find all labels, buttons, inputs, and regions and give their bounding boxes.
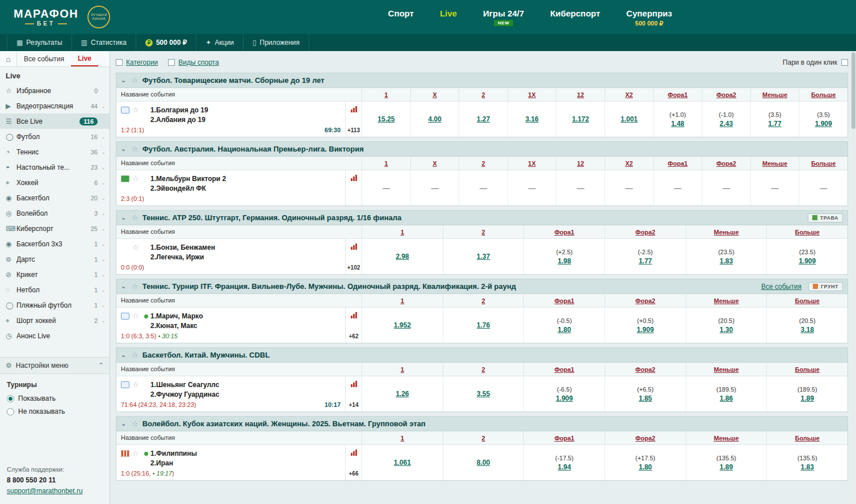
chevron-down-icon[interactable]: ⌄ (100, 303, 106, 308)
statistics-icon[interactable] (351, 450, 357, 456)
odd-cell[interactable]: (23.5)1.909 (766, 239, 847, 274)
odds-column-link[interactable]: X (433, 91, 437, 98)
odds-column-link[interactable]: X (433, 160, 437, 167)
chevron-down-icon[interactable]: ⌄ (100, 272, 106, 278)
odds-column-link[interactable]: 1X (528, 160, 535, 167)
menu-settings[interactable]: ⚙ Настройки меню ⌃ (0, 357, 110, 374)
odd-value[interactable]: 1.061 (394, 459, 411, 467)
odd-value[interactable]: 1.001 (620, 115, 637, 123)
tv-icon[interactable] (121, 313, 129, 320)
odds-column-link[interactable]: 2 (481, 435, 485, 442)
odds-column-link[interactable]: 2 (481, 160, 485, 167)
odd-value[interactable]: 1.952 (394, 321, 411, 329)
statistics-link[interactable]: ▥ Статистика (72, 34, 136, 51)
team1-name[interactable]: 1.Шеньянг Сеагуллс (150, 380, 341, 390)
chevron-down-icon[interactable]: ⌄ (100, 149, 106, 155)
odds-column-link[interactable]: 1 (401, 366, 404, 373)
odds-column-link[interactable]: Больше (811, 160, 836, 167)
sidebar-item-hockey[interactable]: ⌖Хоккей6⌄ (0, 175, 110, 190)
statistics-icon[interactable] (351, 106, 357, 112)
odd-value[interactable]: 1.80 (639, 463, 652, 471)
sidebar-item-all-live[interactable]: ☰Все Live116 (0, 114, 110, 129)
page-scrollbar[interactable] (851, 52, 855, 502)
odds-column-link[interactable]: 2 (481, 91, 485, 98)
odds-column-link[interactable]: 12 (577, 91, 584, 98)
team1-name[interactable]: 1.Марич, Марко (150, 312, 341, 321)
odds-column-link[interactable]: Меньше (762, 160, 787, 167)
odd-cell[interactable]: (20.5)1.30 (686, 308, 767, 343)
odd-value[interactable]: 1.48 (671, 120, 684, 128)
odds-column-link[interactable]: Меньше (714, 229, 739, 236)
team2-name[interactable]: 2.Албания до 19 (150, 115, 341, 125)
odds-column-link[interactable]: 1 (384, 91, 388, 98)
odd-cell[interactable]: (+0.5)1.909 (605, 308, 686, 343)
odd-value[interactable]: 1.37 (477, 253, 490, 261)
all-events-link[interactable]: Все события (761, 283, 802, 291)
odd-cell[interactable]: (+17.5)1.80 (605, 445, 686, 480)
odd-cell[interactable]: — (799, 170, 847, 205)
results-link[interactable]: ▦ Результаты (7, 34, 72, 51)
more-markets-count[interactable]: +66 (349, 471, 359, 477)
tv-icon[interactable] (121, 107, 129, 114)
sidebar-item-basketball[interactable]: ◉Баскетбол20⌄ (0, 190, 110, 205)
statistics-icon[interactable] (351, 381, 357, 387)
odds-column-link[interactable]: 2 (481, 297, 485, 304)
odd-value[interactable]: 1.94 (558, 463, 571, 471)
odd-value[interactable]: 1.76 (477, 321, 490, 329)
sport-kinds-checkbox[interactable] (168, 59, 175, 66)
odd-cell[interactable]: — (653, 170, 702, 205)
odds-column-link[interactable]: Фора1 (555, 297, 574, 304)
odds-column-link[interactable]: 1 (401, 435, 404, 442)
tournaments-option-0[interactable]: Показывать (7, 394, 103, 402)
odd-cell[interactable]: 2.98 (362, 239, 443, 274)
sidebar-item-netball[interactable]: ◌Нетбол1⌄ (0, 282, 110, 297)
star-icon[interactable]: ☆ (132, 244, 139, 262)
sidebar-item-video[interactable]: ▶Видеотрансляция44⌄ (0, 98, 110, 114)
odd-value[interactable]: 1.909 (637, 326, 654, 334)
statistics-icon[interactable] (351, 175, 357, 181)
odds-column-link[interactable]: 1 (401, 297, 404, 304)
flag-stripes-icon[interactable] (121, 450, 129, 457)
odds-column-link[interactable]: 1 (401, 229, 404, 236)
chevron-down-icon[interactable]: ⌄ (100, 287, 106, 293)
odd-cell[interactable]: — (605, 170, 653, 205)
star-icon[interactable]: ☆ (132, 313, 139, 331)
more-markets-count[interactable]: +14 (349, 402, 359, 408)
tab-all-events[interactable]: Все события (17, 51, 71, 66)
sidebar-item-beach-soccer[interactable]: ◯Пляжный футбол1⌄ (0, 297, 110, 313)
sidebar-item-favorites[interactable]: ☆Избранное0 (0, 83, 110, 98)
odd-cell[interactable]: — (362, 170, 410, 205)
odd-value[interactable]: 4.00 (428, 115, 441, 123)
odd-value[interactable]: 1.98 (558, 257, 571, 265)
sidebar-item-football[interactable]: ◯Футбол16⌄ (0, 129, 110, 144)
odds-column-link[interactable]: Больше (795, 229, 820, 236)
odd-cell[interactable]: (+2.5)1.98 (523, 239, 605, 274)
odd-value[interactable]: 1.85 (639, 394, 652, 402)
chevron-down-icon[interactable]: ⌄ (121, 214, 128, 221)
odd-value[interactable]: 1.909 (556, 394, 573, 402)
star-icon[interactable]: ☆ (132, 351, 139, 359)
odd-value[interactable]: 1.77 (639, 257, 652, 265)
chevron-down-icon[interactable]: ⌄ (121, 283, 128, 290)
star-icon[interactable]: ☆ (132, 76, 139, 85)
odds-column-link[interactable]: Больше (795, 366, 820, 373)
sidebar-item-table-tennis[interactable]: ◓Настольный те...23⌄ (0, 159, 110, 175)
odd-value[interactable]: 1.89 (720, 463, 733, 471)
odd-value[interactable]: 1.909 (799, 257, 816, 265)
odds-column-link[interactable]: Меньше (714, 366, 739, 373)
odds-column-link[interactable]: Фора1 (555, 435, 574, 442)
odd-value[interactable]: 15.25 (377, 115, 395, 123)
chevron-down-icon[interactable]: ⌄ (100, 257, 106, 262)
tv-icon[interactable] (121, 381, 129, 388)
star-icon[interactable]: ☆ (132, 450, 139, 468)
odds-column-link[interactable]: Фора2 (635, 297, 655, 304)
odd-cell[interactable]: 4.00 (410, 102, 459, 137)
statistics-icon[interactable] (351, 312, 357, 318)
chevron-down-icon[interactable]: ⌄ (100, 318, 106, 324)
team2-name[interactable]: 2.Фучжоу Гуардинас (150, 390, 341, 400)
odd-value[interactable]: 2.43 (720, 120, 733, 128)
odd-cell[interactable]: (-17.5)1.94 (523, 445, 605, 480)
odd-cell[interactable]: 1.26 (362, 376, 443, 411)
chevron-down-icon[interactable]: ⌄ (100, 134, 106, 140)
flag-green-icon[interactable] (121, 175, 129, 182)
